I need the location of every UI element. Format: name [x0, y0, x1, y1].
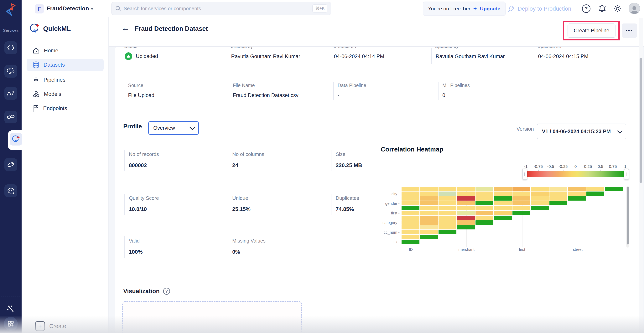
heatmap-y-label: city -	[376, 192, 400, 196]
heatmap-cell	[605, 187, 623, 191]
rail-item-wizard[interactable]	[4, 302, 17, 315]
create-button[interactable]: + Create	[35, 321, 66, 331]
profile-select[interactable]: Overview	[148, 121, 199, 135]
help-circle-icon[interactable]: ?	[163, 288, 170, 295]
flag-icon	[33, 105, 39, 112]
heatmap-cell	[494, 187, 512, 191]
heatmap-row: cc_num -	[402, 230, 624, 235]
quickml-icon	[12, 135, 20, 143]
profile-section-title: Profile	[123, 123, 142, 130]
heatmap-cell	[402, 196, 420, 201]
colorbar-handle-right[interactable]: ∥	[624, 169, 629, 180]
quickml-product-name: QuickML	[43, 25, 71, 32]
stat-label: Quality Score	[129, 195, 222, 201]
heatmap-cell	[476, 192, 494, 196]
heatmap-cell	[476, 216, 494, 220]
search-input[interactable]	[124, 5, 312, 11]
rail-item-zia[interactable]	[4, 87, 17, 100]
stat-no-of-records: No of records 800002	[124, 150, 222, 171]
rail-item-apps[interactable]	[4, 317, 18, 331]
sidebar-item-datasets[interactable]: Datasets	[26, 59, 104, 71]
rail-item-integrations[interactable]	[4, 111, 17, 123]
colorbar-tick-label: 1	[617, 164, 634, 169]
created-by-column: Ravutla Goutham Ravi Kumar	[227, 48, 326, 64]
handshake-icon	[7, 114, 15, 120]
rail-item-code[interactable]	[4, 41, 17, 54]
rail-item-orbit[interactable]	[4, 158, 17, 171]
heatmap-cell	[438, 206, 456, 210]
heatmap-cell	[568, 187, 586, 191]
stat-value: 24	[232, 162, 326, 168]
heatmap-cell	[420, 230, 438, 234]
created-on-value: 04-06-2024 04:14 PM	[334, 53, 427, 59]
heatmap-cell	[420, 225, 438, 229]
settings-button[interactable]	[612, 3, 623, 14]
colorbar-handle-left[interactable]: ∥	[522, 169, 527, 180]
heatmap-cell	[494, 211, 512, 215]
profile-selected-value: Overview	[153, 125, 175, 131]
back-button[interactable]: ←	[121, 23, 130, 33]
sidebar-item-endpoints[interactable]: Endpoints	[26, 102, 104, 114]
quickml-logo-icon	[29, 23, 40, 34]
stat-label: Unique	[232, 195, 326, 201]
field-file-name: File Name Fraud Detection Dataset.csv	[228, 82, 330, 100]
upgrade-link[interactable]: Upgrade	[480, 6, 500, 12]
heatmap-cell	[457, 206, 475, 210]
heatmap-cell	[550, 201, 567, 205]
models-icon	[33, 91, 40, 98]
heatmap-cell	[494, 216, 512, 220]
visualization-dropzone[interactable]	[122, 301, 302, 333]
sidebar-item-pipelines[interactable]: Pipelines	[26, 74, 104, 86]
visualization-header: Visualization ?	[123, 288, 170, 295]
zia-icon	[7, 90, 15, 97]
help-button[interactable]: ?	[581, 3, 592, 14]
free-tier-text: You're on Free Tier	[428, 6, 470, 12]
rocket-icon	[507, 5, 514, 12]
heatmap-row	[402, 206, 624, 211]
user-avatar[interactable]	[628, 3, 640, 14]
rail-item-cloud[interactable]	[4, 65, 17, 78]
heatmap-cell	[457, 225, 475, 229]
heatmap-cell	[457, 196, 475, 201]
heatmap-cell	[438, 201, 456, 205]
heatmap-y-label: ID -	[376, 240, 400, 245]
deploy-to-production-button[interactable]: Deploy to Production	[507, 3, 572, 15]
heatmap-scrollbar-thumb[interactable]	[627, 187, 629, 245]
sidebar-item-home[interactable]: Home	[26, 44, 104, 57]
notifications-button[interactable]	[597, 3, 608, 14]
home-icon	[33, 47, 40, 54]
rail-item-chat[interactable]	[4, 184, 17, 197]
sidebar-item-label: Datasets	[44, 62, 65, 68]
rail-item-quickml-active[interactable]	[10, 133, 22, 146]
heatmap-cell	[494, 206, 512, 210]
app-rail: Services	[0, 0, 22, 333]
quickml-sidebar: QuickML Home Datasets Pipelines Models E…	[22, 17, 109, 333]
heatmap-cell	[476, 220, 494, 225]
heatmap-row	[402, 216, 624, 220]
database-icon	[33, 61, 39, 68]
heatmap-cell	[420, 192, 438, 196]
zoho-logo-icon[interactable]	[4, 3, 17, 16]
sidebar-item-models[interactable]: Models	[26, 88, 104, 100]
heatmap-cell	[402, 230, 420, 234]
help-icon: ?	[582, 4, 590, 13]
project-switcher-caret-icon[interactable]: ▼	[90, 6, 94, 11]
updated-by-column: Ravutla Goutham Ravi Kumar	[432, 48, 530, 64]
status-uploaded-icon	[124, 52, 132, 60]
heatmap-cell	[531, 196, 549, 201]
heatmap-cell	[438, 196, 456, 201]
updated-on-value: 04-06-2024 04:15 PM	[538, 53, 630, 59]
page-header: ← Fraud Detection Dataset Create Pipelin…	[109, 17, 644, 47]
heatmap-y-label: first -	[376, 211, 400, 216]
stat-label: No of records	[129, 151, 222, 157]
heatmap-cell	[402, 216, 420, 220]
heatmap-cell	[531, 201, 549, 205]
heatmap-title: Correlation Heatmap	[381, 146, 443, 153]
heatmap-row	[402, 187, 624, 192]
more-options-button[interactable]: •••	[622, 23, 637, 38]
main-scrollbar-thumb[interactable]	[640, 58, 642, 183]
version-select[interactable]: V1 / 04-06-2024 04:15:23 PM	[537, 124, 626, 139]
create-pipeline-button[interactable]: Create Pipeline	[568, 23, 616, 38]
heatmap-cell	[531, 192, 549, 196]
field-data-pipeline: Data Pipeline -	[333, 82, 434, 100]
